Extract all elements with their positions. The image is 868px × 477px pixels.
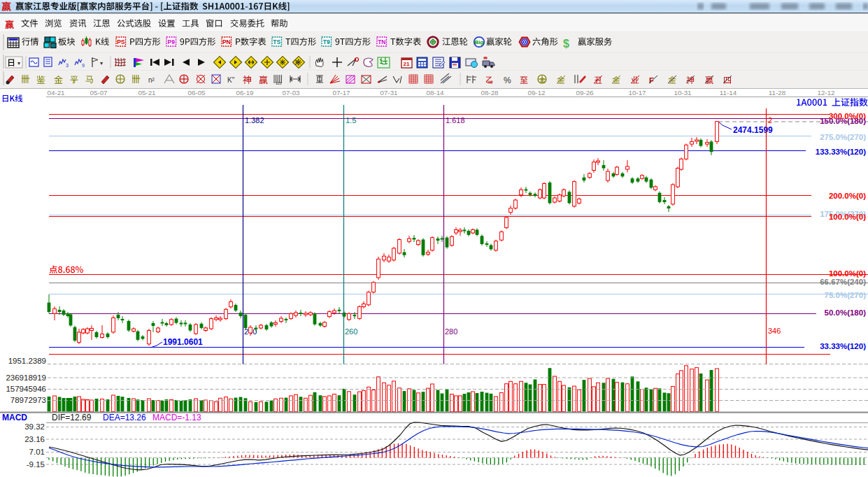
- svg-text:08-28: 08-28: [481, 89, 499, 97]
- svg-text:157945946: 157945946: [6, 385, 46, 393]
- svg-text:06-05: 06-05: [187, 89, 206, 97]
- svg-text:9: 9: [82, 63, 85, 68]
- svg-text:2474.1599: 2474.1599: [733, 125, 773, 135]
- svg-text:123: 123: [276, 81, 282, 85]
- svg-text:09-12: 09-12: [527, 89, 545, 97]
- svg-text:11-14: 11-14: [720, 89, 737, 97]
- svg-text:50.0%(180): 50.0%(180): [825, 308, 867, 317]
- svg-text:33.33%(120): 33.33%(120): [820, 342, 866, 350]
- svg-text:280: 280: [445, 327, 457, 336]
- svg-text:10-17: 10-17: [628, 89, 646, 97]
- svg-text:07-17: 07-17: [332, 89, 350, 97]
- svg-text:-9.15: -9.15: [27, 460, 45, 469]
- svg-text:275.0%(270): 275.0%(270): [820, 133, 866, 141]
- svg-text:100.0%(0): 100.0%(0): [829, 213, 866, 221]
- svg-text:K": K": [227, 76, 235, 84]
- svg-text:T9: T9: [323, 38, 330, 45]
- svg-text:200.0%(0): 200.0%(0): [829, 192, 866, 200]
- svg-text:10-31: 10-31: [674, 89, 691, 97]
- svg-text:346: 346: [768, 327, 781, 335]
- svg-text:MACD: MACD: [2, 413, 27, 422]
- svg-text:07-03: 07-03: [282, 89, 300, 97]
- svg-text:66.67%(240): 66.67%(240): [820, 278, 866, 286]
- svg-text:09-26: 09-26: [576, 89, 594, 97]
- svg-text:Big: Big: [475, 39, 484, 45]
- svg-text:F: F: [649, 76, 654, 85]
- svg-text:05-21: 05-21: [138, 89, 155, 97]
- svg-text:39.32: 39.32: [24, 422, 45, 431]
- svg-text:3: 3: [66, 63, 69, 68]
- svg-text:236918919: 236918919: [6, 373, 46, 382]
- svg-text:$: $: [563, 38, 569, 50]
- svg-text:78972973: 78972973: [10, 396, 46, 404]
- svg-text:05-07: 05-07: [90, 89, 107, 97]
- svg-text:100.0%(0): 100.0%(0): [829, 269, 866, 278]
- svg-text:1991.0601: 1991.0601: [163, 337, 203, 347]
- svg-text:11-28: 11-28: [769, 89, 786, 97]
- svg-text:DIF=12.69: DIF=12.69: [52, 413, 92, 422]
- svg-text:%: %: [488, 79, 492, 85]
- svg-text:PS: PS: [117, 38, 125, 45]
- svg-text:MACD=-1.13: MACD=-1.13: [152, 413, 201, 422]
- svg-text:07-31: 07-31: [380, 89, 397, 97]
- svg-text:75.0%(270): 75.0%(270): [825, 291, 867, 299]
- svg-text:PN: PN: [222, 38, 231, 45]
- svg-text:1951.2389: 1951.2389: [8, 357, 46, 365]
- svg-text:P9: P9: [168, 38, 176, 45]
- svg-text:1.5: 1.5: [346, 116, 356, 124]
- svg-text:23.16: 23.16: [24, 435, 45, 443]
- svg-text:1.382: 1.382: [245, 116, 264, 124]
- svg-text:21: 21: [404, 61, 410, 67]
- svg-text:7.01: 7.01: [29, 448, 45, 456]
- svg-text:08-14: 08-14: [426, 89, 444, 97]
- svg-text:%: %: [504, 76, 511, 85]
- svg-text:F: F: [73, 80, 76, 85]
- svg-text:150.0%(180): 150.0%(180): [820, 117, 866, 125]
- svg-text:DEA=13.26: DEA=13.26: [103, 413, 146, 422]
- svg-text:133.33%(120): 133.33%(120): [816, 148, 866, 156]
- svg-text:12-12: 12-12: [817, 89, 834, 97]
- svg-text:TN: TN: [378, 38, 385, 45]
- svg-text:260: 260: [345, 327, 357, 336]
- svg-text:2: 2: [768, 116, 772, 124]
- svg-text:04-21: 04-21: [47, 89, 64, 97]
- svg-text:▾: ▾: [17, 60, 20, 66]
- svg-text:1.618: 1.618: [446, 116, 465, 124]
- svg-text:06-19: 06-19: [236, 89, 253, 97]
- svg-text:TS: TS: [273, 38, 280, 45]
- svg-text:n²: n²: [148, 76, 155, 84]
- svg-text:▾: ▾: [100, 60, 103, 66]
